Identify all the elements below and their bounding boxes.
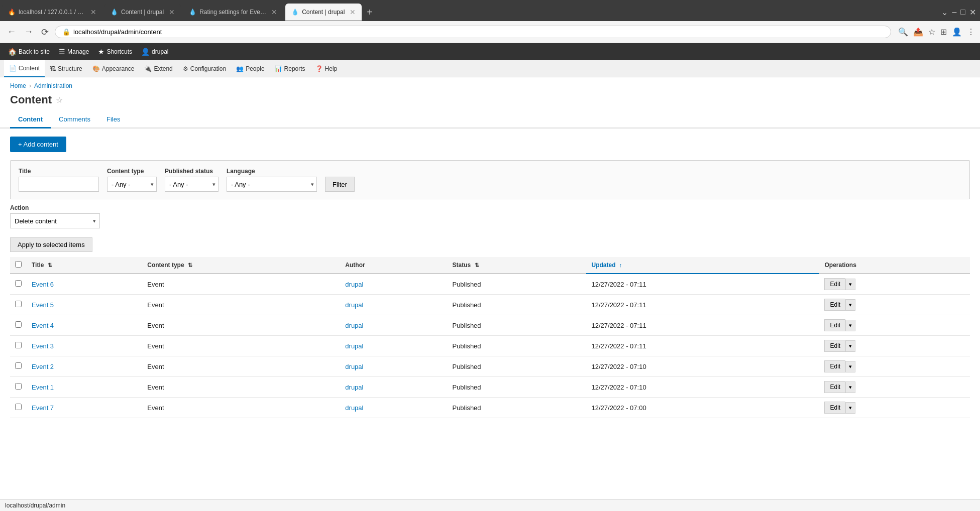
row-title-link-3[interactable]: Event 3 [32,342,54,350]
menu-people[interactable]: 👥 People [231,60,269,77]
menu-reports[interactable]: 📊 Reports [270,60,310,77]
row-operations-cell: Edit ▾ [819,315,970,336]
content-type-select[interactable]: - Any - Event Article Basic page [107,177,157,192]
header-updated[interactable]: Updated ↑ [586,257,819,274]
tab-controls: ⌄ – □ ✕ [941,8,980,17]
edit-button-2[interactable]: Edit [824,319,845,331]
menu-structure[interactable]: 🏗 Structure [45,60,87,77]
row-title-link-2[interactable]: Event 4 [32,322,54,329]
minimize-icon[interactable]: – [952,8,956,17]
menu-extend[interactable]: 🔌 Extend [139,60,177,77]
row-checkbox-2[interactable] [15,321,22,328]
row-title-link-0[interactable]: Event 6 [32,281,54,288]
breadcrumb-admin[interactable]: Administration [34,82,72,89]
filter-button[interactable]: Filter [325,177,355,192]
edit-button-5[interactable]: Edit [824,381,845,393]
bookmark-this-icon[interactable]: 📤 [913,27,923,37]
row-checkbox-cell [10,356,27,377]
row-checkbox-1[interactable] [15,301,22,307]
new-tab-button[interactable]: + [362,7,378,18]
menu-icon[interactable]: ⋮ [967,27,975,37]
maximize-icon[interactable]: □ [960,8,965,17]
row-author-link-1[interactable]: drupal [345,301,363,309]
back-button[interactable]: ← [5,26,18,38]
menu-configuration[interactable]: ⚙ Configuration [178,60,231,77]
address-input[interactable]: localhost/drupal/admin/content [73,28,884,36]
forward-button[interactable]: → [22,26,35,38]
reload-button[interactable]: ⟳ [39,26,51,39]
action-select[interactable]: Delete content Publish content Unpublish… [10,213,100,228]
shortcuts-link[interactable]: ★ Shortcuts [94,43,136,60]
edit-dropdown-5[interactable]: ▾ [845,381,855,393]
edit-dropdown-6[interactable]: ▾ [845,402,855,414]
row-author-link-5[interactable]: drupal [345,384,363,391]
apply-button[interactable]: Apply to selected items [10,237,92,252]
browser-tab-2[interactable]: 💧 Content | drupal ✕ [104,4,181,21]
breadcrumb-home[interactable]: Home [10,82,26,89]
tab2-close-icon[interactable]: ✕ [169,8,175,16]
select-all-checkbox[interactable] [15,261,22,268]
back-to-site-label: Back to site [19,48,50,55]
tab1-close-icon[interactable]: ✕ [90,8,96,16]
browser-tab-3[interactable]: 💧 Rating settings for Event | drupal ✕ [183,4,283,21]
row-author-link-0[interactable]: drupal [345,281,363,288]
header-status[interactable]: Status ⇅ [447,257,586,274]
row-author-cell: drupal [340,274,447,295]
edit-button-3[interactable]: Edit [824,340,845,352]
edit-dropdown-1[interactable]: ▾ [845,299,855,311]
row-title-link-6[interactable]: Event 7 [32,404,54,412]
menu-help[interactable]: ❓ Help [310,60,343,77]
row-author-link-6[interactable]: drupal [345,404,363,412]
tab-list-icon[interactable]: ⌄ [941,8,948,17]
row-title-link-4[interactable]: Event 2 [32,363,54,370]
search-icon[interactable]: 🔍 [898,27,908,37]
row-title-link-1[interactable]: Event 5 [32,301,54,309]
row-checkbox-3[interactable] [15,342,22,348]
edit-button-6[interactable]: Edit [824,402,845,414]
language-select[interactable]: - Any - English [227,177,317,192]
address-bar[interactable]: 🔒 localhost/drupal/admin/content [55,26,891,38]
published-status-filter-field: Published status - Any - Published Unpub… [165,168,219,192]
tab-comments[interactable]: Comments [51,111,98,129]
favorite-star-icon[interactable]: ☆ [56,95,63,105]
row-checkbox-6[interactable] [15,404,22,410]
edit-button-0[interactable]: Edit [824,278,845,290]
edit-dropdown-0[interactable]: ▾ [845,279,855,290]
tab-content[interactable]: Content [10,111,51,129]
row-author-link-4[interactable]: drupal [345,363,363,370]
close-window-icon[interactable]: ✕ [969,8,976,17]
tab4-close-icon[interactable]: ✕ [350,8,356,16]
edit-dropdown-3[interactable]: ▾ [845,340,855,352]
edit-dropdown-2[interactable]: ▾ [845,320,855,331]
edit-button-1[interactable]: Edit [824,299,845,311]
header-title[interactable]: Title ⇅ [27,257,142,274]
browser-tab-1[interactable]: 🔥 localhost / 127.0.0.1 / drupal | ph ✕ [2,4,102,21]
user-link[interactable]: 👤 drupal [137,43,172,60]
star-bookmark-icon[interactable]: ☆ [928,27,935,37]
edit-dropdown-4[interactable]: ▾ [845,361,855,372]
title-filter-input[interactable] [19,177,99,192]
row-checkbox-5[interactable] [15,383,22,390]
add-content-button[interactable]: + Add content [10,137,66,152]
tab-files[interactable]: Files [98,111,128,129]
row-checkbox-4[interactable] [15,362,22,369]
header-content-type[interactable]: Content type ⇅ [142,257,340,274]
row-author-link-3[interactable]: drupal [345,342,363,350]
edit-btn-group: Edit ▾ [824,381,965,393]
row-author-link-2[interactable]: drupal [345,322,363,329]
row-title-link-5[interactable]: Event 1 [32,384,54,391]
published-status-select[interactable]: - Any - Published Unpublished [165,177,219,192]
sidebar-icon[interactable]: ⊞ [940,27,947,37]
row-updated-cell: 12/27/2022 - 07:11 [586,336,819,356]
title-filter-label: Title [19,168,99,175]
browser-tab-4[interactable]: 💧 Content | drupal ✕ [285,4,362,21]
back-to-site-link[interactable]: 🏠 Back to site [4,43,54,60]
menu-appearance[interactable]: 🎨 Appearance [87,60,140,77]
tab3-close-icon[interactable]: ✕ [271,8,277,16]
edit-button-4[interactable]: Edit [824,360,845,372]
row-status-cell: Published [447,336,586,356]
manage-link[interactable]: ☰ Manage [55,43,93,60]
profile-icon[interactable]: 👤 [952,27,962,37]
menu-content[interactable]: 📄 Content [4,60,45,77]
row-checkbox-0[interactable] [15,280,22,287]
